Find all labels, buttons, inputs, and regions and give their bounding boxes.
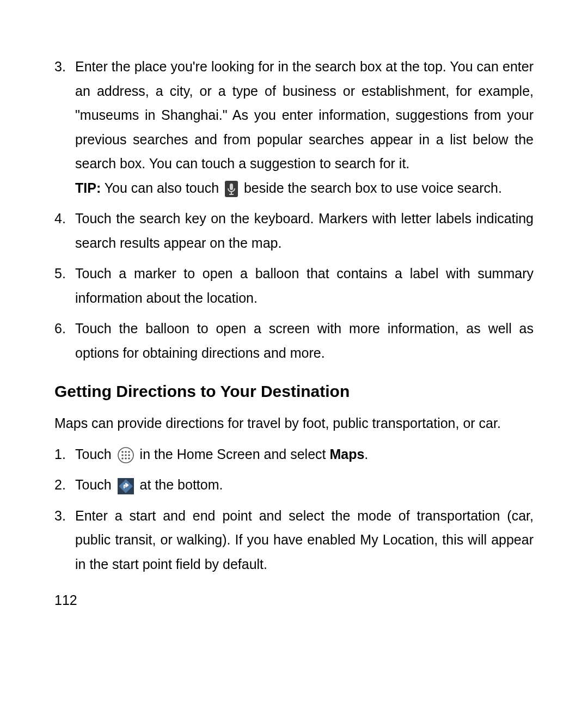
step-body: Touch at the bottom. xyxy=(75,473,534,497)
svg-point-9 xyxy=(125,454,127,456)
section-intro: Maps can provide directions for travel b… xyxy=(54,411,534,436)
step-4: 4. Touch the search key on the keyboard.… xyxy=(54,206,534,255)
step-3: 3. Enter the place you're looking for in… xyxy=(54,54,534,200)
svg-point-8 xyxy=(121,454,124,456)
dir-step-3: 3. Enter a start and end point and selec… xyxy=(54,504,534,577)
step-body: Touch in the Home Screen and select Ma xyxy=(75,442,534,467)
svg-point-7 xyxy=(128,451,130,453)
svg-point-11 xyxy=(121,457,124,460)
step-5: 5. Touch a marker to open a balloon that… xyxy=(54,261,534,310)
maps-label: Maps xyxy=(329,446,364,462)
continued-steps-list: 3. Enter the place you're looking for in… xyxy=(54,54,534,365)
text-before: Touch xyxy=(75,446,115,462)
step-body: Enter the place you're looking for in th… xyxy=(75,54,534,200)
svg-point-10 xyxy=(128,454,130,456)
step-number: 3. xyxy=(54,504,75,528)
dir-step-2: 2. Touch at the bottom. xyxy=(54,473,534,497)
section-heading: Getting Directions to Your Destination xyxy=(54,377,534,406)
apps-grid-icon xyxy=(118,447,134,463)
manual-page: 3. Enter the place you're looking for in… xyxy=(0,0,588,710)
svg-point-12 xyxy=(125,457,127,460)
step-text: Touch the balloon to open a screen with … xyxy=(75,316,534,365)
directions-steps-list: 1. Touch in the Home Sc xyxy=(54,442,534,577)
step-text: Enter the place you're looking for in th… xyxy=(75,59,534,171)
step-text: Touch a marker to open a balloon that co… xyxy=(75,261,534,310)
tip-text-after: beside the search box to use voice searc… xyxy=(240,180,502,195)
svg-point-5 xyxy=(121,451,124,453)
step-number: 5. xyxy=(54,261,75,286)
step-text: Enter a start and end point and select t… xyxy=(75,504,534,577)
svg-point-13 xyxy=(128,457,130,460)
tip-label: TIP: xyxy=(75,180,101,195)
text-before: Touch xyxy=(75,477,115,492)
step-number: 1. xyxy=(54,442,75,467)
step-text: Touch the search key on the keyboard. Ma… xyxy=(75,206,534,255)
text-after-2: . xyxy=(364,446,368,462)
page-number: 112 xyxy=(54,588,77,613)
step-number: 2. xyxy=(54,473,75,497)
step-6: 6. Touch the balloon to open a screen wi… xyxy=(54,316,534,365)
dir-step-1: 1. Touch in the Home Sc xyxy=(54,442,534,467)
step-number: 3. xyxy=(54,54,75,79)
tip-text-before: You can also touch xyxy=(101,180,223,195)
directions-icon xyxy=(118,478,134,494)
text-after: at the bottom. xyxy=(136,477,223,492)
text-after-1: in the Home Screen and select xyxy=(136,446,330,462)
svg-rect-1 xyxy=(230,183,233,190)
svg-point-6 xyxy=(125,451,127,453)
microphone-icon xyxy=(225,181,238,197)
step-number: 4. xyxy=(54,206,75,231)
step-number: 6. xyxy=(54,316,75,341)
